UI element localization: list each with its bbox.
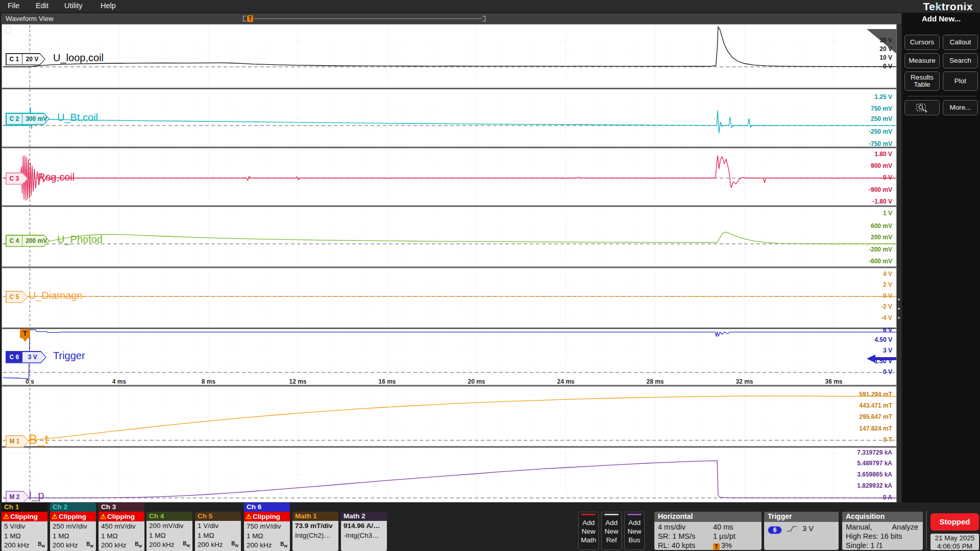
channel-badge-c2[interactable]: C 2300 mV [6,113,50,125]
channel-badge-c1[interactable]: C 120 V [6,53,45,65]
channel-name-c6[interactable]: Trigger [53,350,85,362]
menu-utility[interactable]: Utility [64,2,82,10]
record-bar-line [254,18,482,19]
horizontal-panel-title: Horizontal [654,512,762,522]
channel-settings-badge-ch1[interactable]: Ch 1⚠Clipping5 V/div1 MΩ200 kHzBW [2,503,47,551]
add-new-math-button[interactable]: AddNewMath [578,512,599,550]
clipping-label: Clipping [59,513,86,520]
callout-button[interactable]: Callout [943,35,978,50]
scale-tick-c1-0: 30 V [836,37,892,44]
scale-tick-c4-0: 1 V [836,210,892,217]
cursors-button[interactable]: Cursors [904,35,940,50]
badge-segment: C 6 [7,352,22,363]
channel-setting-row: 200 kHzBW [247,541,287,550]
channel-name-c1[interactable]: U_loop,coil [53,52,104,64]
channel-name-c4[interactable]: U_Photod [57,234,103,245]
acquisition-analyze: Analyze [892,522,918,532]
math-badge-2[interactable]: Math 2914.96 A/…-Intg(Ch3… [341,512,387,551]
scale-tick-c1-2: 10 V [836,54,892,61]
badge-segment: 20 V [22,54,44,65]
bottom-status-bar: Horizontal 4 ms/div40 ms SR: 1 MS/s1 µs/… [0,503,980,551]
horizontal-scale: 4 ms/div [658,523,685,531]
waveform-svg [2,24,897,503]
x-axis-label-5: 20 ms [464,378,489,385]
magnifier-icon [2,24,15,38]
add-new-label-line: Add [625,519,644,528]
scale-tick-c1-1: 20 V [836,45,892,53]
channel-setting-row: 450 mV/div [101,522,142,532]
x-axis-label-3: 12 ms [286,378,310,385]
menu-file[interactable]: File [8,2,19,10]
scale-tick-c3-3: -900 mV [836,186,892,193]
waveform-plot-area[interactable]: T 30 V20 V10 V0 VC 120 VU_loop,coil1.25 … [2,24,897,503]
waveform-trace-c6 [3,330,896,379]
waveform-title-bar: Waveform View T [1,13,901,24]
zoom-select-button[interactable] [904,100,940,115]
channel-badge-title: Ch 6 [244,503,290,512]
channel-settings-badge-ch2[interactable]: Ch 2⚠Clipping250 mV/div1 MΩ200 kHzBW [50,503,96,551]
channel-setting-row: 200 kHzBW [101,541,142,550]
channel-badge-c6[interactable]: C 63 V [6,351,46,363]
measure-button[interactable]: Measure [904,53,940,68]
trigger-time-marker-icon[interactable]: T [20,329,30,338]
channel-setting-row: 250 mV/div [53,522,93,532]
search-button[interactable]: Search [943,53,978,68]
accent-line [581,514,596,515]
channel-name-m2[interactable]: I_p [29,489,44,502]
acquisition-single: Single: 1 /1 [846,541,919,550]
add-new-ref-button[interactable]: AddNewRef [601,512,622,550]
waveform-trace-c2 [3,107,896,133]
channel-name-c3[interactable]: Rog,coil [38,171,75,183]
acquisition-mode: Manual, [846,523,872,531]
channel-name-c2[interactable]: U_Bt,coil [57,112,98,123]
trigger-panel[interactable]: Trigger 6 3 V [764,512,839,550]
waveform-trace-m1 [3,396,896,440]
scale-tick-c2-1: 750 mV [836,105,892,112]
channel-setting-row: 5 V/div [4,522,45,532]
x-axis-label-4: 16 ms [375,378,400,385]
add-new-bus-button[interactable]: AddNewBus [624,512,645,550]
trigger-level-value: 3 V [802,524,814,533]
clipping-label: Clipping [10,513,38,520]
run-stop-status-button[interactable]: Stopped [930,513,979,531]
channel-settings-badge-ch5[interactable]: Ch 51 V/div1 MΩ200 kHzBW [195,512,241,551]
math-function: -Intg(Ch3… [344,531,384,541]
menu-help[interactable]: Help [101,2,116,10]
scale-tick-c3-0: 1.80 V [836,151,892,158]
scale-tick-c4-1: 600 mV [836,222,892,230]
channel-settings-badge-ch3[interactable]: Ch 3⚠Clipping450 mV/div1 MΩ200 kHzBW [99,503,144,551]
splitter-grip-handle[interactable] [897,298,900,329]
badge-segment: C 4 [7,236,22,246]
scale-tick-m2-2: 3.659865 kA [836,471,892,478]
channel-badge-c4[interactable]: C 4200 mV [6,235,50,247]
math-badge-title: Math 1 [292,512,338,521]
add-new-label-line: Ref [602,536,621,545]
add-new-label-line: Bus [625,536,644,545]
x-axis-label-0: 0 s [18,378,42,385]
channel-name-c5[interactable]: U_Diamagn [29,290,83,302]
acquisition-panel[interactable]: Acquisition Manual,Analyze High Res: 16 … [842,512,923,550]
waveform-window: Waveform View T T 30 V20 V10 V0 VC 120 V… [1,13,901,503]
scale-tick-c6-3: 1.50 V [836,358,892,365]
scale-tick-c5-1: 2 V [836,281,892,288]
record-trigger-position-icon[interactable]: T [247,15,253,22]
horizontal-resolution: 1 µs/pt [713,532,736,541]
right-sidebar: Add New... Cursors Callout Measure Searc… [902,13,980,503]
record-bar-left-bracket [243,16,246,21]
channel-settings-badge-ch4[interactable]: Ch 4200 mV/div1 MΩ200 kHzBW [146,512,192,551]
clipping-banner: ⚠Clipping [244,512,290,521]
clipping-banner: ⚠Clipping [50,512,96,521]
trigger-panel-title: Trigger [764,512,839,522]
badge-segment: C 5 [7,292,22,303]
badge-segment: C 3 [7,173,22,184]
x-axis-label-9: 36 ms [822,378,846,385]
channel-settings-badge-ch6[interactable]: Ch 6⚠Clipping750 mV/div1 MΩ200 kHzBW [244,503,290,551]
horizontal-panel[interactable]: Horizontal 4 ms/div40 ms SR: 1 MS/s1 µs/… [654,512,762,550]
more-button[interactable]: More... [943,100,978,115]
results-table-button[interactable]: Results Table [904,71,940,91]
menu-edit[interactable]: Edit [36,2,48,10]
plot-button[interactable]: Plot [943,71,978,91]
math-badge-1[interactable]: Math 173.9 mT/divIntg(Ch2)… [292,512,338,551]
scale-tick-c6-4: 0 V [836,368,892,375]
channel-name-m1[interactable]: B_t [29,432,48,447]
